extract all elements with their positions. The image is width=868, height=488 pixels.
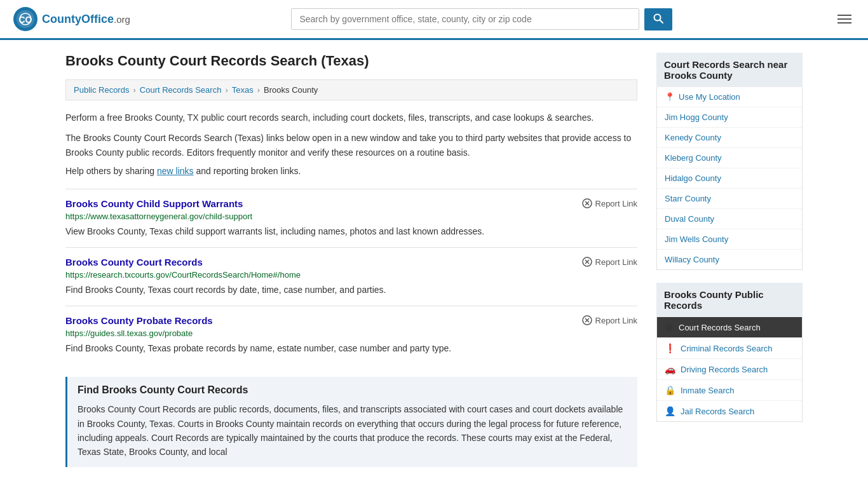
record-url-1: https://research.txcourts.gov/CourtRecor… [65, 270, 637, 280]
svg-line-5 [660, 20, 663, 23]
sidebar: Court Records Search near Brooks County … [656, 53, 803, 467]
driving-records-link[interactable]: Driving Records Search [681, 365, 768, 374]
report-icon [582, 257, 592, 267]
record-desc-1: Find Brooks County, Texas court records … [65, 283, 637, 297]
sidebar-nearby-title: Court Records Search near Brooks County [656, 53, 803, 87]
record-entry-probate: Brooks County Probate Records Report Lin… [65, 306, 637, 364]
sidebar-nearby-section: Court Records Search near Brooks County … [656, 53, 803, 270]
record-header: Brooks County Court Records Report Link [65, 257, 637, 268]
hamburger-icon [837, 15, 851, 16]
list-item[interactable]: Jim Wells County [657, 229, 802, 250]
breadcrumb: Public Records › Court Records Search › … [65, 79, 637, 100]
kenedy-link[interactable]: Kenedy County [665, 133, 721, 142]
jim-hogg-link[interactable]: Jim Hogg County [665, 112, 728, 122]
record-link-child-support[interactable]: Brooks County Child Support Warrants [65, 198, 243, 209]
report-icon [582, 198, 592, 208]
list-item-court-records-active[interactable]: 🏛 Court Records Search [657, 317, 802, 338]
inmate-icon: 🔒 [665, 385, 675, 395]
record-desc-2: Find Brooks County, Texas probate record… [65, 342, 637, 355]
list-item[interactable]: Duval County [657, 209, 802, 229]
record-header: Brooks County Child Support Warrants Rep… [65, 198, 637, 209]
record-url-0: https://www.texasattorneygeneral.gov/chi… [65, 212, 637, 221]
record-url-2: https://guides.sll.texas.gov/probate [65, 329, 637, 338]
find-section: Find Brooks County Court Records Brooks … [65, 377, 637, 467]
sidebar-public-records-title: Brooks County Public Records [656, 283, 803, 317]
logo-area: CO CountyOffice.org [13, 6, 130, 32]
report-link-button-0[interactable]: Report Link [582, 198, 637, 208]
use-my-location-link[interactable]: Use My Location [679, 92, 740, 102]
list-item-location[interactable]: 📍 Use My Location [657, 87, 802, 107]
intro-text-1: Perform a free Brooks County, TX public … [65, 111, 637, 125]
list-item[interactable]: Kenedy County [657, 128, 802, 148]
list-item-inmate[interactable]: 🔒 Inmate Search [657, 380, 802, 401]
duval-link[interactable]: Duval County [665, 214, 714, 224]
breadcrumb-sep: › [257, 85, 260, 95]
court-records-icon: 🏛 [665, 322, 674, 332]
report-link-button-1[interactable]: Report Link [582, 257, 637, 267]
logo-icon: CO [13, 6, 38, 32]
logo-text: CountyOffice.org [42, 13, 130, 26]
hamburger-button[interactable] [834, 8, 855, 30]
location-pin-icon: 📍 [665, 92, 675, 102]
breadcrumb-sep: › [225, 85, 227, 95]
jail-records-link[interactable]: Jail Records Search [681, 407, 754, 416]
hidalgo-link[interactable]: Hidalgo County [665, 173, 721, 183]
court-records-search-link[interactable]: Court Records Search [679, 323, 761, 332]
record-title: Brooks County Child Support Warrants [65, 198, 243, 209]
report-icon [582, 315, 592, 325]
sidebar-nearby-list: 📍 Use My Location Jim Hogg County Kenedy… [656, 87, 803, 270]
new-links-link[interactable]: new links [157, 166, 194, 176]
willacy-link[interactable]: Willacy County [665, 255, 719, 264]
search-button[interactable] [644, 8, 672, 30]
list-item[interactable]: Willacy County [657, 250, 802, 269]
list-item[interactable]: Jim Hogg County [657, 107, 802, 128]
list-item[interactable]: Hidalgo County [657, 168, 802, 189]
search-icon [653, 13, 663, 24]
intro-text-2: The Brooks County Court Records Search (… [65, 131, 637, 159]
record-entry-child-support: Brooks County Child Support Warrants Rep… [65, 189, 637, 247]
starr-link[interactable]: Starr County [665, 194, 711, 203]
list-item-jail[interactable]: 👤 Jail Records Search [657, 401, 802, 421]
share-text: Help others by sharing new links and rep… [65, 166, 637, 176]
record-header: Brooks County Probate Records Report Lin… [65, 315, 637, 326]
driving-icon: 🚗 [665, 364, 675, 374]
inmate-search-link[interactable]: Inmate Search [681, 386, 735, 395]
find-section-title: Find Brooks County Court Records [78, 384, 627, 396]
hamburger-icon [837, 18, 851, 20]
record-title: Brooks County Court Records [65, 257, 203, 268]
search-input[interactable] [291, 8, 639, 30]
record-link-probate[interactable]: Brooks County Probate Records [65, 315, 213, 326]
criminal-records-link[interactable]: Criminal Records Search [681, 344, 773, 353]
list-item[interactable]: Starr County [657, 189, 802, 209]
breadcrumb-sep: › [133, 85, 135, 95]
kleberg-link[interactable]: Kleberg County [665, 153, 722, 163]
criminal-icon: ❗ [665, 343, 675, 353]
breadcrumb-current: Brooks County [264, 85, 318, 95]
jail-icon: 👤 [665, 406, 675, 416]
list-item-criminal[interactable]: ❗ Criminal Records Search [657, 338, 802, 359]
record-title: Brooks County Probate Records [65, 315, 213, 326]
find-section-text: Brooks County Court Records are public r… [78, 402, 627, 459]
sidebar-public-records-list: 🏛 Court Records Search ❗ Criminal Record… [656, 317, 803, 422]
hamburger-icon [837, 22, 851, 24]
jim-wells-link[interactable]: Jim Wells County [665, 234, 728, 244]
page-title: Brooks County Court Records Search (Texa… [65, 53, 637, 69]
list-item[interactable]: Kleberg County [657, 148, 802, 168]
sidebar-public-records-section: Brooks County Public Records 🏛 Court Rec… [656, 283, 803, 422]
record-desc-0: View Brooks County, Texas child support … [65, 225, 637, 238]
site-header: CO CountyOffice.org [0, 0, 868, 40]
main-container: Brooks County Court Records Search (Texa… [53, 53, 815, 467]
content-area: Brooks County Court Records Search (Texa… [65, 53, 637, 467]
breadcrumb-link-texas[interactable]: Texas [232, 85, 254, 95]
breadcrumb-link-court-records[interactable]: Court Records Search [140, 85, 222, 95]
record-link-court-records[interactable]: Brooks County Court Records [65, 257, 203, 268]
record-entry-court-records: Brooks County Court Records Report Link … [65, 247, 637, 306]
search-area [291, 8, 672, 30]
breadcrumb-link-public-records[interactable]: Public Records [74, 85, 129, 95]
report-link-button-2[interactable]: Report Link [582, 315, 637, 325]
list-item-driving[interactable]: 🚗 Driving Records Search [657, 359, 802, 380]
